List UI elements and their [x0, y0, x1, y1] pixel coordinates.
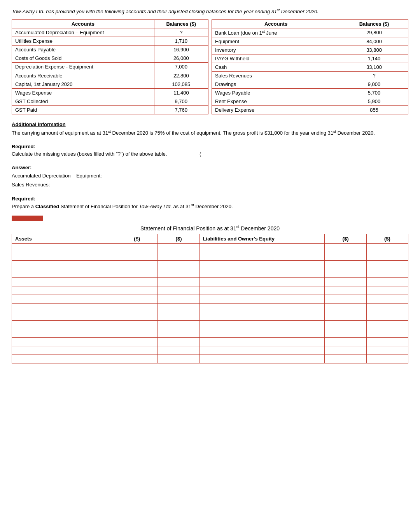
left-table-row: Wages Expense11,400 — [12, 88, 208, 97]
right-table-row: Cash33,100 — [212, 63, 408, 72]
sfp-asset-col2 — [158, 295, 200, 303]
left-col2-header: Balances ($) — [154, 19, 208, 28]
sfp-row — [12, 337, 408, 346]
sfp-asset-col1 — [116, 346, 158, 355]
right-table-row: Drawings9,000 — [212, 80, 408, 89]
sfp-table: Assets ($) ($) Liabilities and Owner's E… — [12, 234, 408, 363]
account-name: Accounts Payable — [12, 46, 154, 54]
required1-section: Required: Calculate the missing values (… — [12, 144, 408, 158]
sfp-liability-col2 — [366, 346, 408, 355]
left-table-row: Utilities Expense1,710 — [12, 37, 208, 45]
sfp-asset-name — [12, 277, 116, 286]
left-table-row: Accumulated Depreciation – Equipment? — [12, 28, 208, 37]
sfp-liability-col1 — [325, 286, 366, 295]
sfp-asset-col1 — [116, 303, 158, 312]
balance-value: 16,900 — [154, 46, 208, 54]
sfp-liability-col2 — [366, 337, 408, 346]
balance-value: 9,700 — [154, 97, 208, 105]
account-name: Bank Loan (due on 1st June — [212, 28, 340, 37]
additional-info-text: The carrying amount of equipment as at 3… — [12, 129, 408, 137]
sfp-liability-name — [200, 269, 325, 277]
sfp-liability-col2 — [366, 320, 408, 329]
sfp-liability-name — [200, 260, 325, 269]
sfp-asset-col1 — [116, 252, 158, 260]
answer-line1: Accumulated Depreciation – Equipment: — [12, 171, 408, 180]
sfp-col-assets: Assets — [12, 234, 116, 243]
sfp-asset-col1 — [116, 312, 158, 320]
sfp-asset-col1 — [116, 260, 158, 269]
sfp-liability-name — [200, 329, 325, 337]
sfp-row — [12, 260, 408, 269]
sfp-asset-name — [12, 260, 116, 269]
balance-value: 1,140 — [340, 54, 408, 63]
sfp-asset-col2 — [158, 252, 200, 260]
sfp-liability-col2 — [366, 303, 408, 312]
sfp-row — [12, 312, 408, 320]
sfp-liability-name — [200, 295, 325, 303]
sfp-asset-name — [12, 252, 116, 260]
intro-paragraph: Tow-Away Ltd. has provided you with the … — [12, 8, 408, 16]
balance-value: 5,700 — [340, 89, 408, 97]
left-table-row: GST Collected9,700 — [12, 97, 208, 105]
sfp-asset-name — [12, 269, 116, 277]
sfp-liability-name — [200, 252, 325, 260]
sfp-liability-col1 — [325, 243, 366, 252]
sfp-asset-name — [12, 295, 116, 303]
sfp-liability-name — [200, 243, 325, 252]
answer-lines: Accumulated Depreciation – Equipment: Sa… — [12, 171, 408, 190]
balance-value: 9,000 — [340, 80, 408, 89]
sfp-asset-name — [12, 346, 116, 355]
sfp-row — [12, 303, 408, 312]
sfp-liability-col2 — [366, 277, 408, 286]
sfp-liability-col1 — [325, 277, 366, 286]
account-name: Cash — [212, 63, 340, 72]
sfp-asset-col2 — [158, 312, 200, 320]
sfp-row — [12, 329, 408, 337]
sfp-asset-col1 — [116, 337, 158, 346]
sfp-liability-col2 — [366, 355, 408, 363]
account-name: Delivery Expense — [212, 106, 340, 114]
left-table-row: Accounts Payable16,900 — [12, 46, 208, 54]
account-name: Costs of Goods Sold — [12, 54, 154, 63]
sfp-asset-name — [12, 312, 116, 320]
sfp-asset-col1 — [116, 295, 158, 303]
left-accounts-table: Accounts Balances ($) Accumulated Deprec… — [12, 19, 208, 114]
account-name: GST Paid — [12, 105, 154, 114]
left-table-row: GST Paid7,760 — [12, 105, 208, 114]
sfp-liability-name — [200, 312, 325, 320]
sfp-title: Statement of Financial Position as at 31… — [12, 225, 408, 232]
sfp-asset-col2 — [158, 243, 200, 252]
sfp-liability-name — [200, 303, 325, 312]
left-table-row: Costs of Goods Sold26,000 — [12, 54, 208, 63]
right-table-row: Wages Payable5,700 — [212, 89, 408, 97]
sfp-col-dollar4: ($) — [366, 234, 408, 243]
account-name: Sales Revenues — [212, 72, 340, 80]
left-table-row: Capital, 1st January 2020102,085 — [12, 80, 208, 88]
account-name: Accounts Receivable — [12, 71, 154, 80]
sfp-liability-col2 — [366, 269, 408, 277]
sfp-asset-name — [12, 286, 116, 295]
sfp-asset-col1 — [116, 286, 158, 295]
account-name: PAYG Withheld — [212, 54, 340, 63]
sfp-row — [12, 295, 408, 303]
balance-value: 855 — [340, 106, 408, 114]
sfp-row — [12, 286, 408, 295]
sfp-asset-col2 — [158, 286, 200, 295]
answer-label: Answer: — [12, 165, 408, 170]
sfp-liability-col2 — [366, 252, 408, 260]
sfp-liability-col2 — [366, 286, 408, 295]
account-name: Utilities Expense — [12, 37, 154, 45]
sfp-row — [12, 277, 408, 286]
sfp-row — [12, 355, 408, 363]
balance-value: ? — [340, 72, 408, 80]
sfp-asset-col1 — [116, 277, 158, 286]
sfp-col-dollar2: ($) — [158, 234, 200, 243]
sfp-liability-col1 — [325, 260, 366, 269]
balance-value: 7,760 — [154, 105, 208, 114]
left-table-row: Accounts Receivable22,800 — [12, 71, 208, 80]
sfp-asset-col2 — [158, 303, 200, 312]
sfp-asset-name — [12, 355, 116, 363]
required2-text: Prepare a Classified Statement of Financ… — [12, 202, 408, 211]
sfp-liability-name — [200, 346, 325, 355]
account-name: Drawings — [212, 80, 340, 89]
